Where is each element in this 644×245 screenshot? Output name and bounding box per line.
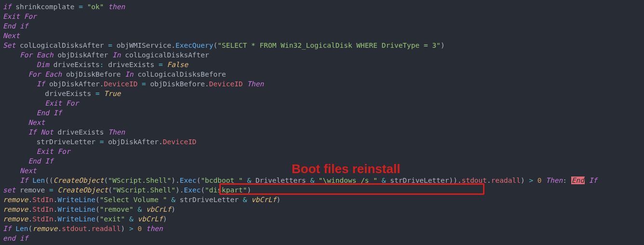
code-line: remove.StdIn.WriteLine("remove" & vbCrLf… xyxy=(3,205,175,213)
code-line: remove.StdIn.WriteLine("exit" & vbCrLf) xyxy=(3,215,167,223)
code-line: If Not driveExists Then xyxy=(3,128,125,136)
code-line: Next xyxy=(3,119,45,126)
code-line: driveExists = True xyxy=(3,90,121,97)
code-line: If Len((CreateObject("WScript.Shell").Ex… xyxy=(3,177,597,184)
code-line: For Each objDiskBefore In colLogicalDisk… xyxy=(3,70,226,78)
code-line: Set colLogicalDisksAfter = objWMIService… xyxy=(3,41,445,49)
code-line: set remove = CreateObject("WScript.Shell… xyxy=(3,186,251,194)
code-line: Exit For xyxy=(3,99,79,107)
code-line: strDriveLetter = objDiskAfter.DeviceID xyxy=(3,138,197,146)
code-line: Next xyxy=(3,32,20,40)
code-line: Dim driveExists: driveExists = False xyxy=(3,61,188,68)
code-line: Next xyxy=(3,167,37,175)
code-line: remove.StdIn.WriteLine("Select Volume " … xyxy=(3,196,281,204)
code-line: End If xyxy=(3,109,62,117)
code-line: if shrinkcomplate = "ok" then xyxy=(3,3,125,11)
code-line: end if xyxy=(3,234,28,242)
code-line: Exit For xyxy=(3,13,37,20)
code-block: if shrinkcomplate = "ok" then Exit For E… xyxy=(0,0,644,243)
code-line: End if xyxy=(3,22,28,30)
code-line: If objDiskAfter.DeviceID = objDiskBefore… xyxy=(3,80,264,88)
code-line: Exit For xyxy=(3,148,70,155)
code-line: If Len(remove.stdout.readall) > 0 then xyxy=(3,225,163,232)
code-line: For Each objDiskAfter In colLogicalDisks… xyxy=(3,51,209,59)
code-line: End If xyxy=(3,157,54,165)
